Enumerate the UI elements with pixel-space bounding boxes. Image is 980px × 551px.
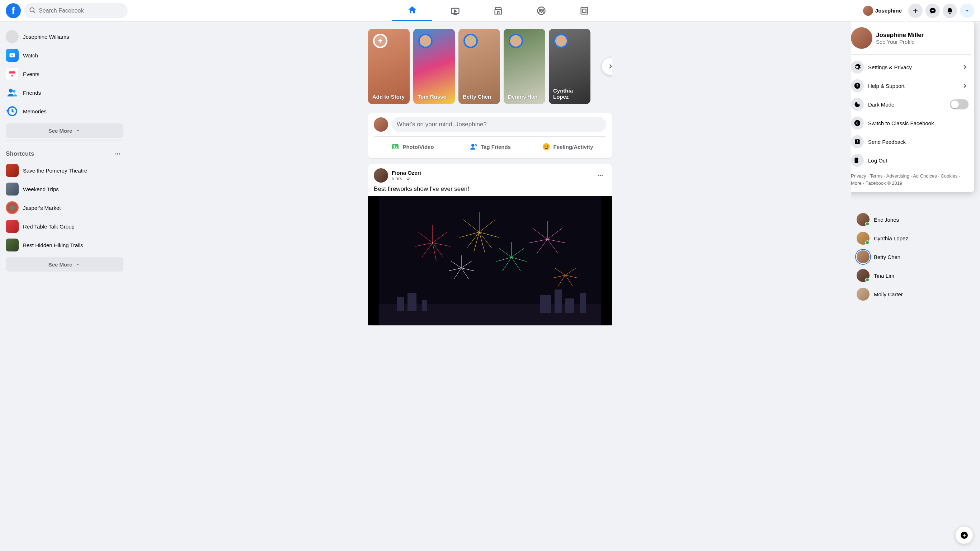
arrow-left-icon <box>851 116 864 129</box>
left-sidebar: Josephine Williams Watch Events Friends … <box>0 22 129 551</box>
create-story[interactable]: + Add to Story <box>368 29 410 104</box>
shortcut-item[interactable]: Jasper's Market <box>3 198 126 217</box>
shortcut-item[interactable]: Best Hidden Hiking Trails <box>3 236 126 254</box>
stories-next-button[interactable] <box>602 58 612 75</box>
sidebar-item-label: Watch <box>23 53 38 59</box>
svg-rect-7 <box>581 7 588 14</box>
dropdown-item-label: Settings & Privacy <box>868 64 957 70</box>
post-author-name[interactable]: Fiona Ozeri <box>392 170 421 176</box>
sidebar-item-friends[interactable]: Friends <box>3 83 126 102</box>
contact-avatar <box>857 288 870 301</box>
sidebar-item-events[interactable]: Events <box>3 65 126 83</box>
news-feed: + Add to Story Tom Russo Betty Chen Denn… <box>368 22 612 551</box>
svg-point-24 <box>547 146 548 147</box>
notifications-button[interactable] <box>943 3 957 18</box>
post-image[interactable] <box>368 196 612 325</box>
facebook-logo[interactable]: f <box>6 3 21 18</box>
search-input[interactable] <box>39 8 123 14</box>
sidebar-item-memories[interactable]: Memories <box>3 102 126 121</box>
help-icon: ? <box>851 79 864 92</box>
profile-chip[interactable]: Josephine <box>862 4 905 17</box>
story-item[interactable]: Dennis Han <box>504 29 545 104</box>
search-icon <box>29 6 36 15</box>
nav-marketplace[interactable] <box>478 1 518 21</box>
account-menu-button[interactable] <box>960 3 974 18</box>
shortcut-item[interactable]: Save the Pomeroy Theatre <box>3 161 126 180</box>
see-more-shortcuts-button[interactable]: See More <box>6 257 123 272</box>
events-icon <box>6 67 19 80</box>
nav-groups[interactable] <box>521 1 562 21</box>
dropdown-profile-link[interactable]: Josephine Miller See Your Profile <box>851 24 971 52</box>
post-time-text: 5 hrs <box>392 176 402 181</box>
online-indicator <box>865 222 870 226</box>
contact-item[interactable]: Betty Chen <box>854 247 977 266</box>
sidebar-item-label: Memories <box>23 108 47 115</box>
shortcut-item[interactable]: Weekend Trips <box>3 180 126 198</box>
dropdown-settings-privacy[interactable]: Settings & Privacy <box>851 58 971 76</box>
avatar <box>6 30 19 43</box>
feed-post: Fiona Ozeri 5 hrs · Best fireworks show … <box>368 164 612 325</box>
story-item[interactable]: Tom Russo <box>413 29 455 104</box>
sidebar-item-label: Friends <box>23 90 41 96</box>
top-header: f Josephine <box>0 0 980 22</box>
svg-text:?: ? <box>856 83 858 88</box>
dropdown-dark-mode[interactable]: Dark Mode <box>851 95 971 114</box>
composer-feeling-activity[interactable]: Feeling/Activity <box>529 140 606 154</box>
shortcuts-more-button[interactable] <box>112 148 123 160</box>
shortcut-thumb <box>6 164 19 177</box>
contact-avatar <box>857 250 870 263</box>
contact-item[interactable]: Tina Lim <box>854 266 977 285</box>
plus-icon <box>912 7 919 14</box>
svg-point-17 <box>119 153 120 154</box>
nav-watch[interactable] <box>435 1 475 21</box>
chevron-right-icon <box>961 64 969 71</box>
search-box[interactable] <box>24 3 128 18</box>
sidebar-item-watch[interactable]: Watch <box>3 46 126 65</box>
right-sidebar: Josephine Miller See Your Profile Settin… <box>851 22 980 551</box>
sidebar-profile[interactable]: Josephine Williams <box>3 27 126 46</box>
dropdown-footer: Privacy · Terms · Advertising · Ad Choic… <box>851 170 971 190</box>
dropdown-footer-text[interactable]: Privacy · Terms · Advertising · Ad Choic… <box>851 173 960 186</box>
svg-point-23 <box>544 146 546 147</box>
create-story-label: Add to Story <box>372 94 405 100</box>
contact-item[interactable]: Molly Carter <box>854 285 977 304</box>
post-author-avatar[interactable] <box>374 168 388 183</box>
dropdown-log-out[interactable]: Log Out <box>851 151 971 170</box>
memories-icon <box>6 105 19 118</box>
story-item[interactable]: Cynthia Lopez <box>549 29 590 104</box>
create-button[interactable] <box>908 3 923 18</box>
composer-tag-friends[interactable]: Tag Friends <box>451 140 529 154</box>
nav-gaming[interactable] <box>564 1 605 21</box>
contact-name: Tina Lim <box>874 272 894 279</box>
new-message-fab[interactable] <box>956 527 973 544</box>
contact-item[interactable]: Eric Jones <box>854 210 977 229</box>
see-more-button[interactable]: See More <box>6 123 123 138</box>
svg-point-0 <box>30 8 34 12</box>
shortcut-item[interactable]: Red Table Talk Group <box>3 217 126 236</box>
moon-icon <box>851 98 864 111</box>
messenger-button[interactable] <box>926 3 940 18</box>
svg-text:!: ! <box>857 139 858 144</box>
post-menu-button[interactable] <box>595 170 606 181</box>
dropdown-send-feedback[interactable]: ! Send Feedback <box>851 132 971 151</box>
dropdown-item-label: Log Out <box>868 158 969 164</box>
composer-avatar[interactable] <box>374 117 388 132</box>
dropdown-help-support[interactable]: ? Help & Support <box>851 76 971 95</box>
svg-point-15 <box>115 153 116 154</box>
shortcut-label: Jasper's Market <box>23 205 60 211</box>
nav-home[interactable] <box>392 1 432 21</box>
svg-rect-80 <box>540 295 551 313</box>
composer-action-label: Photo/Video <box>402 144 434 150</box>
post-time: 5 hrs · <box>392 176 421 181</box>
svg-rect-11 <box>9 72 16 73</box>
dropdown-switch-classic[interactable]: Switch to Classic Facebook <box>851 114 971 132</box>
contact-name: Eric Jones <box>874 217 899 223</box>
gear-icon <box>851 61 864 73</box>
story-name: Dennis Han <box>508 94 541 100</box>
composer-photo-video[interactable]: Photo/Video <box>374 140 451 154</box>
photo-icon <box>391 142 399 151</box>
composer-input[interactable]: What's on your mind, Josephine? <box>392 117 606 132</box>
story-item[interactable]: Betty Chen <box>458 29 500 104</box>
dark-mode-toggle[interactable] <box>950 99 969 110</box>
contact-item[interactable]: Cynthia Lopez <box>854 229 977 247</box>
